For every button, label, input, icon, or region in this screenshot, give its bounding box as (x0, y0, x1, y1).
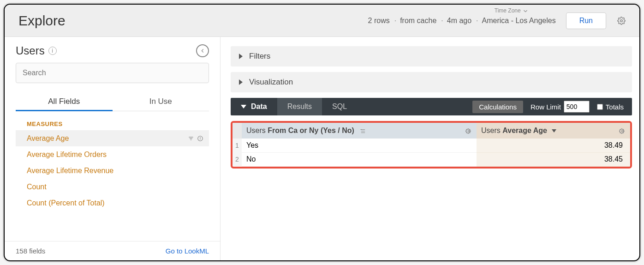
measure-average-age[interactable]: Average Age (16, 130, 209, 146)
row-number: 1 (233, 139, 242, 152)
page-title: Explore (18, 13, 66, 29)
field-tabs: All Fields In Use (16, 92, 209, 111)
measure-cell[interactable]: 38.49 (477, 139, 630, 152)
data-section-bar: Data Results SQL Calculations Row Limit … (231, 98, 632, 115)
dimension-cell[interactable]: Yes (242, 139, 477, 152)
table-row[interactable]: 1 Yes 38.49 (233, 139, 630, 152)
filters-section[interactable]: Filters (231, 46, 632, 66)
filter-icon[interactable] (188, 134, 194, 143)
caret-right-icon (239, 54, 243, 59)
chevron-left-icon (199, 48, 206, 54)
chevron-down-icon (522, 8, 529, 14)
timezone-selector[interactable]: Time Zone (495, 7, 529, 14)
svg-point-0 (620, 20, 623, 22)
dimension-cell[interactable]: No (242, 152, 477, 166)
svg-rect-10 (361, 129, 362, 130)
measure-average-lifetime-orders[interactable]: Average Lifetime Orders (16, 146, 209, 163)
collapse-field-picker-button[interactable] (196, 44, 209, 57)
pivot-icon[interactable] (360, 126, 366, 135)
sort-descending-icon (552, 129, 556, 132)
caret-right-icon (239, 79, 243, 85)
table-row[interactable]: 2 No 38.45 (233, 152, 630, 166)
measures-heading: MEASURES (27, 120, 209, 127)
settings-button[interactable] (617, 16, 626, 25)
column-settings-button[interactable] (619, 126, 626, 135)
row-number-header (233, 123, 242, 139)
column-settings-button[interactable] (465, 126, 472, 135)
visualization-section[interactable]: Visualization (231, 72, 632, 92)
field-info-icon[interactable] (197, 134, 203, 143)
calculations-button[interactable]: Calculations (472, 101, 523, 113)
measure-count-percent-of-total[interactable]: Count (Percent of Total) (16, 195, 209, 211)
dimension-column-header[interactable]: Users From Ca or Ny (Yes / No) (242, 123, 477, 139)
totals-checkbox[interactable] (597, 104, 603, 110)
row-limit-input[interactable] (564, 101, 590, 113)
totals-toggle[interactable]: Totals (597, 103, 624, 111)
main-content: Filters Visualization Data Results SQL C… (221, 37, 639, 260)
measure-count[interactable]: Count (16, 179, 209, 195)
tab-sql[interactable]: SQL (322, 98, 357, 115)
svg-point-11 (468, 130, 470, 132)
info-icon[interactable]: i (48, 47, 57, 55)
row-number: 2 (233, 152, 242, 166)
data-table-highlight: Users From Ca or Ny (Yes / No) Users Ave… (231, 121, 632, 169)
field-picker-pane: Users i All Fields In Use MEASURES Avera… (5, 37, 221, 260)
row-limit-label: Row Limit (531, 103, 561, 111)
query-status: 2 rows from cache 4m ago America - Los A… (368, 17, 556, 25)
results-table: Users From Ca or Ny (Yes / No) Users Ave… (233, 123, 630, 167)
tab-all-fields[interactable]: All Fields (16, 92, 113, 111)
gear-icon (617, 17, 626, 25)
measure-cell[interactable]: 38.45 (477, 152, 630, 166)
field-count: 158 fields (16, 247, 45, 255)
gear-icon (465, 128, 472, 134)
measure-column-header[interactable]: Users Average Age (477, 123, 630, 139)
measure-average-lifetime-revenue[interactable]: Average Lifetime Revenue (16, 163, 209, 179)
tab-results[interactable]: Results (277, 98, 322, 115)
caret-down-icon (241, 105, 246, 108)
gear-icon (619, 128, 626, 134)
go-to-lookml-link[interactable]: Go to LookML (166, 247, 209, 255)
search-input[interactable] (16, 63, 209, 83)
tab-in-use[interactable]: In Use (113, 92, 209, 111)
data-toggle[interactable]: Data (231, 98, 277, 115)
run-button[interactable]: Run (566, 12, 606, 29)
view-title: Users (16, 44, 45, 57)
svg-point-12 (621, 130, 623, 132)
header-bar: Explore Time Zone 2 rows from cache 4m a… (5, 5, 639, 37)
svg-point-6 (200, 138, 201, 138)
